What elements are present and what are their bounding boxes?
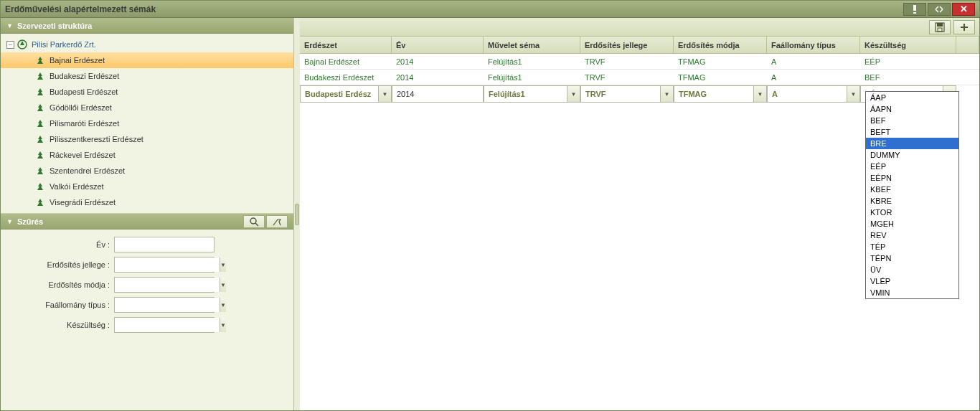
edit-cell-jelleg[interactable]: TRVF▼ (580, 85, 674, 103)
filter-panel-header[interactable]: ▼ Szűrés (1, 214, 293, 230)
tree-item[interactable]: Ráckevei Erdészet (1, 147, 293, 163)
dropdown-option[interactable]: VMIN (866, 287, 958, 298)
tree-item[interactable]: Valkói Erdészet (1, 179, 293, 194)
grid-cell: TRVF (580, 54, 674, 69)
filter-combo-keszultseg[interactable]: ▼ (114, 317, 215, 333)
dropdown-option[interactable]: BEFT (866, 126, 958, 138)
chevron-down-icon[interactable]: ▼ (753, 86, 766, 102)
filter-input-modja[interactable] (115, 278, 220, 292)
forest-icon (35, 71, 45, 81)
svg-rect-1 (913, 12, 916, 14)
tree-item-label: Gödöllői Erdészet (50, 103, 112, 112)
grid-header-spacer (956, 37, 979, 53)
dropdown-option[interactable]: EÉP (866, 161, 958, 172)
dropdown-option[interactable]: KTOR (866, 207, 958, 218)
search-button[interactable] (243, 215, 265, 228)
tree-item[interactable]: Szentendrei Erdészet (1, 163, 293, 179)
filter-input-jelleg[interactable] (115, 258, 220, 272)
dropdown-option[interactable]: BRE (866, 138, 958, 149)
add-button[interactable] (953, 20, 975, 34)
collapse-icon: ▼ (6, 22, 13, 29)
dropdown-option[interactable]: ÜV (866, 264, 958, 275)
dropdown-option[interactable]: KBEF (866, 184, 958, 195)
dropdown-option[interactable]: ÁAPN (866, 103, 958, 115)
tree-item-label: Ráckevei Erdészet (50, 151, 116, 159)
dropdown-option[interactable]: KBRE (866, 195, 958, 207)
chevron-down-icon[interactable]: ▼ (220, 298, 226, 312)
tree-item-label: Valkói Erdészet (50, 182, 104, 191)
filter-input-tipus[interactable] (115, 298, 220, 312)
tree-item[interactable]: Budakeszi Erdészet (1, 68, 293, 84)
dropdown-option[interactable]: MGEH (866, 218, 958, 230)
chevron-down-icon[interactable]: ▼ (567, 86, 580, 102)
dropdown-option[interactable]: BEF (866, 115, 958, 126)
filter-input-keszultseg[interactable] (115, 318, 220, 332)
edit-value: TFMAG (674, 90, 753, 98)
grid-header-cell[interactable]: Művelet séma (484, 37, 580, 53)
dropdown-option[interactable]: VLÉP (866, 275, 958, 287)
dropdown-option[interactable]: DUMMY (866, 149, 958, 161)
grid-header-cell[interactable]: Erdősítés módja (674, 37, 767, 53)
grid-cell: Felújítás1 (484, 54, 580, 69)
chevron-down-icon[interactable]: ▼ (660, 86, 673, 102)
filter-panel-title: Szűrés (17, 217, 43, 226)
tree-root[interactable]: − Pilisi Parkerdő Zrt. (1, 37, 293, 52)
tree-item[interactable]: Pilismaróti Erdészet (1, 115, 293, 131)
filter-combo-modja[interactable]: ▼ (114, 277, 215, 293)
tree-item[interactable]: Budapesti Erdészet (1, 84, 293, 100)
filter-label-jelleg: Erdősítés jellege : (6, 260, 114, 269)
tree-panel-title: Szervezeti struktúra (17, 22, 93, 30)
edit-cell-modja[interactable]: TFMAG▼ (674, 85, 767, 103)
splitter[interactable] (294, 18, 300, 410)
table-row[interactable]: Bajnai Erdészet2014Felújítás1TRVFTFMAGAE… (300, 54, 979, 70)
edit-cell-tipus[interactable]: A▼ (767, 85, 860, 103)
grid-cell: TFMAG (674, 70, 767, 85)
chevron-down-icon[interactable]: ▼ (220, 258, 226, 272)
dropdown-option[interactable]: EÉPN (866, 172, 958, 184)
grid-header-cell[interactable]: Erdészet (300, 37, 392, 53)
chevron-down-icon[interactable]: ▼ (220, 318, 226, 332)
titlebar: Erdőművelési alapértelmezett sémák ✕ (1, 1, 979, 18)
grid-header-cell[interactable]: Faállomány típus (767, 37, 860, 53)
tree-toggle-icon[interactable]: − (6, 41, 14, 49)
maximize-button[interactable] (928, 3, 951, 16)
save-button[interactable] (929, 20, 951, 34)
chevron-down-icon[interactable]: ▼ (220, 278, 226, 292)
edit-cell-erdeszet[interactable]: Budapesti Erdész▼ (300, 85, 392, 103)
tree-item[interactable]: Pilisszentkereszti Erdészet (1, 131, 293, 147)
chevron-down-icon[interactable]: ▼ (847, 86, 859, 102)
tree-item-label: Budakeszi Erdészet (50, 72, 119, 80)
dropdown-option[interactable]: TÉPN (866, 252, 958, 264)
filter-combo-jelleg[interactable]: ▼ (114, 257, 215, 273)
filter-combo-tipus[interactable]: ▼ (114, 297, 215, 313)
keszultseg-dropdown[interactable]: ÁAPÁAPNBEFBEFTBREDUMMYEÉPEÉPNKBEFKBREKTO… (865, 91, 959, 299)
edit-cell-sema[interactable]: Felújítás1▼ (484, 85, 580, 103)
close-button[interactable]: ✕ (952, 3, 975, 16)
edit-cell-ev[interactable]: 2014 (392, 85, 484, 103)
forest-icon (35, 197, 45, 207)
forest-icon (35, 134, 45, 144)
tree-item[interactable]: Bajnai Erdészet (1, 52, 293, 68)
tree-item[interactable]: Visegrádi Erdészet (1, 194, 293, 210)
filter-label-keszultseg: Készültség : (6, 321, 114, 329)
clear-filter-button[interactable] (266, 215, 288, 228)
grid-header-cell[interactable]: Erdősítés jellege (580, 37, 674, 53)
filter-form: Év : Erdősítés jellege : ▼ Erdősítés mód… (1, 230, 293, 410)
svg-point-3 (250, 218, 256, 224)
table-row[interactable]: Budakeszi Erdészet2014Felújítás1TRVFTFMA… (300, 70, 979, 85)
tree-item[interactable]: Gödöllői Erdészet (1, 100, 293, 115)
dropdown-option[interactable]: TÉP (866, 241, 958, 252)
filter-input-ev[interactable] (114, 237, 215, 252)
window-title: Erdőművelési alapértelmezett sémák (5, 4, 903, 14)
chevron-down-icon[interactable]: ▼ (378, 86, 391, 102)
splitter-handle-icon (295, 204, 299, 225)
grid-header-cell[interactable]: Év (392, 37, 484, 53)
grid-header: Erdészet Év Művelet séma Erdősítés jelle… (300, 37, 979, 54)
tree-panel-header[interactable]: ▼ Szervezeti struktúra (1, 18, 293, 34)
grid-header-cell[interactable]: Készültség (860, 37, 956, 53)
svg-rect-0 (913, 5, 916, 11)
dropdown-option[interactable]: REV (866, 230, 958, 241)
dropdown-option[interactable]: ÁAP (866, 92, 958, 103)
forest-icon (35, 181, 45, 192)
alert-button[interactable] (903, 3, 926, 16)
